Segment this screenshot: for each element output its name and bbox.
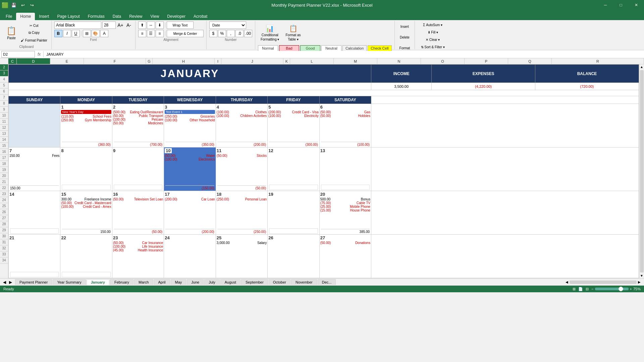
day-7[interactable]: 7 150.00Fees 150.00 — [9, 147, 60, 191]
font-name-input[interactable] — [54, 21, 101, 29]
day-14[interactable]: 14 — [9, 191, 60, 235]
day-26[interactable]: 26 — [268, 235, 319, 278]
font-size-input[interactable] — [102, 21, 116, 29]
tab-payment-planner[interactable]: Payment Planner — [15, 279, 52, 285]
row-4[interactable]: 4 — [0, 76, 8, 82]
delete-cells-button[interactable]: Delete — [398, 32, 412, 42]
decrease-decimal-button[interactable]: .0 — [235, 30, 244, 37]
style-check-cell[interactable]: Check Cell — [368, 45, 391, 51]
day-4[interactable]: 4 (100.00)Clothes (100.00)Children Activ… — [216, 104, 267, 147]
zoom-out-btn[interactable]: − — [591, 287, 593, 291]
align-bottom-button[interactable]: ⬇ — [156, 21, 164, 29]
tab-year-summary[interactable]: Year Summary — [53, 279, 86, 285]
row-14[interactable]: 14 — [0, 137, 8, 143]
minimize-btn[interactable]: ─ — [598, 0, 613, 10]
row-29[interactable]: 29 — [0, 227, 8, 233]
cell-reference-box[interactable] — [1, 51, 35, 58]
col-e[interactable]: E — [50, 58, 84, 64]
increase-font-btn[interactable]: A+ — [117, 21, 124, 29]
tab-march[interactable]: March — [134, 279, 153, 285]
underline-button[interactable]: U — [72, 30, 80, 37]
currency-button[interactable]: $ — [209, 30, 217, 37]
tab-may[interactable]: May — [171, 279, 186, 285]
merge-center-button[interactable]: Merge & Center — [167, 30, 204, 37]
maximize-btn[interactable]: □ — [613, 0, 629, 10]
sheet-nav-left[interactable]: ◀ — [2, 280, 7, 285]
day-10[interactable]: 10 (50.00)Water (100.00)Electronics (150… — [164, 147, 216, 191]
bold-button[interactable]: B — [54, 30, 62, 37]
col-m[interactable]: M — [334, 58, 377, 64]
day-13[interactable]: 13 — [319, 147, 371, 191]
day-22[interactable]: 22 — [60, 235, 112, 278]
tab-november[interactable]: November — [291, 279, 317, 285]
day-6[interactable]: 6 (50.00)Gas (50.00)Hobbies (100.00) — [319, 104, 371, 147]
increase-decimal-button[interactable]: .00 — [244, 30, 252, 37]
tab-page-layout[interactable]: Page Layout — [53, 13, 84, 20]
copy-button[interactable]: ⧉ Copy — [19, 29, 49, 36]
day-12[interactable]: 12 — [268, 147, 319, 191]
day-19[interactable]: 19 — [268, 191, 319, 235]
font-color-button[interactable]: A — [100, 30, 108, 37]
col-q[interactable]: Q — [508, 58, 552, 64]
row-18[interactable]: 18 — [0, 161, 8, 167]
sort-filter-button[interactable]: ⇅ Sort & Filter ▾ — [420, 44, 446, 50]
tab-february[interactable]: February — [110, 279, 133, 285]
row-32[interactable]: 32 — [0, 245, 8, 251]
tab-july[interactable]: July — [204, 279, 220, 285]
tab-june[interactable]: June — [187, 279, 204, 285]
tab-january[interactable]: January — [87, 279, 109, 285]
align-right-button[interactable]: ≡ — [156, 30, 164, 37]
day-16[interactable]: 16 (50.00)Television Set Loan (50.00) — [112, 191, 164, 235]
day-15[interactable]: 15 300.00Freelance Income (50.00)Credit … — [60, 191, 112, 235]
row-11[interactable]: 11 — [0, 119, 8, 125]
col-h[interactable]: H — [153, 58, 215, 64]
row-26[interactable]: 26 — [0, 209, 8, 215]
day-20[interactable]: 20 500.00Bonus (75.00)Cable TV (25.00)Mo… — [319, 191, 371, 235]
col-i[interactable]: I — [215, 58, 221, 64]
row-5[interactable]: 5 — [0, 82, 8, 88]
row-15[interactable]: 15 — [0, 143, 8, 149]
style-neutral[interactable]: Neutral — [321, 45, 341, 51]
format-as-table-button[interactable]: 📋 Format as Table ▾ — [283, 21, 304, 44]
tab-august[interactable]: August — [220, 279, 240, 285]
row-13[interactable]: 13 — [0, 131, 8, 137]
tab-insert[interactable]: Insert — [35, 13, 53, 20]
day-17[interactable]: 17 (200.00)Car Loan (200.00) — [164, 191, 216, 235]
row-24[interactable]: 24 — [0, 197, 8, 203]
day-2[interactable]: 2 (500.00)Eating Out/Restaurant (50.00)P… — [112, 104, 164, 147]
row-7[interactable]: 7 — [0, 95, 8, 101]
fill-color-button[interactable]: 🎨 — [92, 30, 100, 37]
redo-qat[interactable]: ↪ — [28, 1, 36, 9]
sheet-grid[interactable]: JANUARY INCOME EXPENSES BALANCE 3,500.00… — [8, 64, 639, 278]
wrap-text-button[interactable]: Wrap Text — [167, 21, 194, 29]
fill-button[interactable]: ⬇ Fill ▾ — [426, 29, 439, 36]
number-format-select[interactable]: Date General Number Currency Accounting … — [209, 21, 246, 29]
row-2[interactable]: 2 — [0, 64, 8, 70]
row-27[interactable]: 27 — [0, 215, 8, 221]
row-12[interactable]: 12 — [0, 125, 8, 131]
row-10[interactable]: 10 — [0, 113, 8, 119]
row-21[interactable]: 21 — [0, 179, 8, 185]
col-j[interactable]: J — [221, 58, 283, 64]
sheet-nav-right[interactable]: ▶ — [8, 280, 13, 285]
tab-review[interactable]: Review — [125, 13, 146, 20]
format-painter-button[interactable]: 🖌 Format Painter — [19, 37, 49, 44]
row-33[interactable]: 33 — [0, 251, 8, 257]
horizontal-scrollbar[interactable]: ◀ ▶ — [566, 280, 644, 284]
day-1[interactable]: 1 New Year's Day (110.00)School Fees (25… — [60, 104, 112, 147]
comma-button[interactable]: , — [227, 30, 235, 37]
align-top-button[interactable]: ⬆ — [138, 21, 146, 29]
row-20[interactable]: 20 — [0, 173, 8, 179]
close-btn[interactable]: ✕ — [629, 0, 644, 10]
col-d[interactable]: D — [17, 58, 50, 64]
tab-october[interactable]: October — [269, 279, 290, 285]
col-f[interactable]: F — [84, 58, 146, 64]
row-3[interactable]: 3 — [0, 70, 8, 76]
page-layout-view-btn[interactable]: 📄 — [578, 287, 583, 291]
row-6[interactable]: 6 — [0, 88, 8, 95]
style-normal[interactable]: Normal — [258, 45, 278, 51]
tab-developer[interactable]: Developer — [163, 13, 190, 20]
tab-view[interactable]: View — [147, 13, 163, 20]
clear-button[interactable]: ✕ Clear ▾ — [424, 36, 441, 43]
border-button[interactable]: ⊞ — [83, 30, 91, 37]
